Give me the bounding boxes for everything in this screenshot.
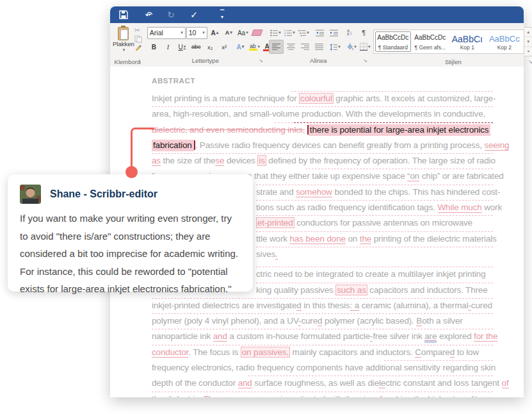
align-right-icon: [301, 44, 309, 50]
font-dialog-launcher[interactable]: ↘: [259, 58, 263, 63]
shrink-font-button[interactable]: A▾: [222, 26, 236, 39]
clipboard-dialog-launcher[interactable]: ↘: [137, 59, 141, 65]
undo-button[interactable]: ↶▾: [138, 6, 157, 23]
ribbon-group-paragraph: ▾ 123▾ ▾ AZ↓ ¶ ▾: [266, 23, 369, 67]
undo-dropdown-caret[interactable]: ▾: [149, 12, 151, 17]
tracked-edit: on passives,: [241, 347, 290, 358]
document-line[interactable]: nanoparticle ink and a custom in-house f…: [152, 329, 493, 344]
strikethrough-button[interactable]: abc: [189, 40, 203, 53]
accept-button[interactable]: ✓: [184, 6, 204, 23]
document-line[interactable]: area, high-resolution, and small-volume …: [152, 106, 493, 122]
body-text: in this thesis: [302, 301, 350, 310]
customize-quick-access-button[interactable]: ▔▾: [213, 6, 232, 23]
multilevel-list-button[interactable]: ▾: [297, 26, 310, 39]
tracked-change-dash-dark: [294, 122, 493, 123]
styles-dialog-launcher[interactable]: ↘: [528, 59, 532, 65]
tracked-edit: seeing: [485, 140, 510, 151]
change-case-button[interactable]: Aa▾: [236, 26, 250, 39]
subscript-button[interactable]: x₂: [204, 40, 217, 53]
document-line[interactable]: Inkjet printing is a mature technique fo…: [152, 91, 493, 106]
font-size-combo[interactable]: 10▾: [186, 27, 207, 39]
document-line[interactable]: the dielectric. These concerns are inves…: [152, 392, 493, 397]
document-line[interactable]: as the size of these devices is defined …: [152, 153, 493, 169]
bold-button[interactable]: B: [147, 40, 161, 53]
line-spacing-icon: [330, 44, 337, 51]
text-effects-button[interactable]: A▾: [234, 40, 247, 53]
copy-button[interactable]: [134, 35, 142, 43]
document-line[interactable]: frequency electronics, radio frequency c…: [152, 360, 493, 376]
line-spacing-button[interactable]: ▾: [328, 40, 342, 53]
justify-button[interactable]: [312, 40, 326, 53]
decrease-indent-button[interactable]: [313, 26, 326, 39]
align-center-button[interactable]: [284, 40, 298, 53]
commented-phrase: there is potential for large-area inkjet…: [309, 124, 491, 136]
increase-indent-button[interactable]: [327, 26, 341, 39]
font-name-combo[interactable]: Arial▾: [147, 27, 186, 39]
paragraph-dialog-launcher[interactable]: ↘: [363, 58, 367, 63]
body-text: ctric need to be integrated to create a …: [256, 269, 486, 279]
body-text: polymer (acrylic based).: [322, 316, 416, 326]
styles-scroll-up-button[interactable]: ▲: [524, 28, 532, 37]
body-text: devices: [224, 156, 257, 165]
document-heading: ABSTRACT: [152, 77, 524, 91]
decrease-indent-icon: [316, 29, 324, 37]
paste-dropdown-caret[interactable]: ▾: [123, 47, 125, 53]
document-line[interactable]: conductor. The focus is on passives, mai…: [152, 345, 493, 360]
body-text: le: [379, 378, 385, 388]
tracked-edit: .: [275, 249, 278, 260]
document-line[interactable]: depth of the conductor and surface rough…: [152, 376, 493, 391]
document-line[interactable]: inkjet-printed dielectrics are investiga…: [152, 298, 493, 313]
body-text: d: [296, 301, 301, 311]
tracked-change-dash: [256, 283, 493, 283]
tracked-change-dash: [256, 185, 493, 185]
tracked-change-dash: [256, 200, 493, 201]
grow-font-button[interactable]: A▴: [208, 26, 222, 39]
underline-button[interactable]: U▾: [175, 40, 189, 53]
comment-anchor-dot[interactable]: [125, 166, 138, 178]
document-line[interactable]: fabrication. Passive radio frequency dev…: [152, 138, 493, 153]
body-text: cured: [471, 301, 492, 310]
tracked-change-dash: [152, 298, 493, 299]
style-item-kop-2[interactable]: AaBbCcKop 2: [487, 31, 522, 52]
sort-button[interactable]: AZ↓: [343, 26, 357, 39]
tracked-edit: is: [257, 155, 266, 166]
body-text: strate and: [256, 187, 296, 197]
body-text: . The focus is: [188, 347, 241, 357]
superscript-button[interactable]: x²: [218, 40, 231, 53]
align-right-button[interactable]: [298, 40, 312, 53]
deleted-text: dielectric, and even semiconducting inks…: [152, 125, 305, 135]
document-line[interactable]: polymer (poly 4 vinyl phenol), and a UV-…: [152, 313, 493, 329]
clear-formatting-button[interactable]: [250, 26, 264, 39]
underline-caret[interactable]: ▾: [184, 44, 186, 49]
style-item-kop-1[interactable]: AaBbCıKop 1: [449, 31, 485, 52]
numbered-list-button[interactable]: 123▾: [283, 26, 296, 39]
save-button[interactable]: [114, 6, 133, 23]
comment-card[interactable]: Shane - Scribbr-editor If you want to ma…: [8, 174, 253, 292]
show-marks-button[interactable]: ¶: [357, 26, 371, 39]
comment-author: Shane - Scribbr-editor: [50, 188, 157, 200]
styles-more-button[interactable]: ⯆: [524, 47, 532, 56]
body-text: free silver ink: [373, 331, 424, 341]
body-text: printing of the dielectric materials: [371, 234, 497, 244]
styles-scroll-down-button[interactable]: ▼: [524, 37, 532, 47]
italic-button[interactable]: I: [161, 40, 175, 53]
cut-button[interactable]: ✂: [134, 26, 142, 35]
bullet-list-button[interactable]: ▾: [269, 26, 282, 39]
body-text: ctric constant and loss tangent: [385, 378, 501, 388]
tracked-edit: et-printed: [256, 217, 294, 228]
borders-button[interactable]: ▾: [359, 40, 372, 53]
body-text: bonded to the chips. This has hindered c…: [332, 187, 500, 197]
format-painter-button[interactable]: [134, 44, 142, 51]
tracked-change-dash: [256, 231, 493, 232]
ribbon-group-font: Arial▾ 10▾ A▴ A▾ Aa▾ B I U▾ abc x₂ x² A▾: [145, 23, 265, 67]
tracked-change-dash: [248, 376, 493, 376]
style-item--geen-afs-[interactable]: AaBbCcDc¶ Geen afs...: [412, 31, 448, 52]
shading-button[interactable]: ▾: [344, 40, 358, 53]
style-item--standaard[interactable]: AaBbCcDc¶ Standaard: [375, 31, 411, 52]
redo-button[interactable]: ↻: [161, 6, 181, 23]
paste-button[interactable]: Plakken ▾: [113, 25, 134, 57]
document-line[interactable]: dielectric, and even semiconducting inks…: [152, 122, 493, 138]
align-left-button[interactable]: [269, 40, 284, 54]
highlight-color-button[interactable]: ab▾: [248, 40, 261, 53]
body-text: explored: [437, 331, 474, 341]
